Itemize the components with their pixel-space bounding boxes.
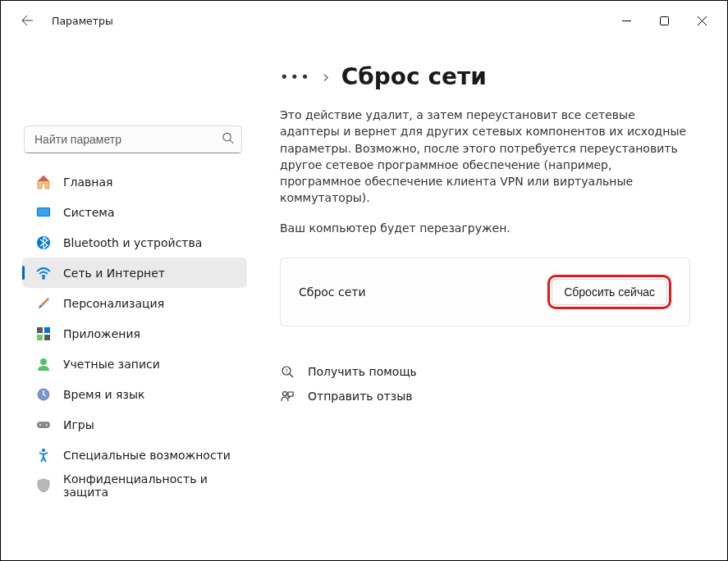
paintbrush-icon bbox=[35, 295, 52, 312]
shield-icon bbox=[35, 477, 52, 494]
sidebar-item-accessibility[interactable]: Специальные возможности bbox=[22, 440, 247, 470]
close-button[interactable] bbox=[683, 8, 721, 33]
titlebar: Параметры bbox=[1, 1, 727, 40]
profile-spacer bbox=[1, 40, 254, 122]
arrow-left-icon bbox=[21, 14, 34, 27]
sidebar: Главная Система Bluetooth и устройства С… bbox=[1, 40, 257, 560]
home-icon bbox=[35, 174, 52, 190]
feedback-link[interactable]: Отправить отзыв bbox=[280, 384, 690, 408]
sidebar-nav: Главная Система Bluetooth и устройства С… bbox=[1, 166, 254, 500]
highlight-annotation: Сбросить сейчас bbox=[547, 275, 671, 309]
sidebar-item-label: Специальные возможности bbox=[63, 449, 231, 462]
sidebar-item-label: Приложения bbox=[63, 327, 140, 340]
network-reset-card: Сброс сети Сбросить сейчас bbox=[280, 258, 690, 326]
help-links: ? Получить помощь Отправить отзыв bbox=[280, 359, 690, 408]
sidebar-item-home[interactable]: Главная bbox=[22, 166, 247, 197]
maximize-button[interactable] bbox=[645, 8, 683, 33]
sidebar-item-personalization[interactable]: Персонализация bbox=[22, 288, 247, 318]
svg-point-10 bbox=[40, 358, 47, 365]
sidebar-item-label: Сеть и Интернет bbox=[63, 267, 165, 280]
sidebar-item-accounts[interactable]: Учетные записи bbox=[22, 349, 247, 379]
clock-globe-icon bbox=[35, 386, 52, 403]
sidebar-item-label: Система bbox=[63, 206, 114, 219]
svg-point-13 bbox=[39, 424, 41, 426]
back-button[interactable] bbox=[14, 7, 40, 34]
sidebar-item-gaming[interactable]: Игры bbox=[22, 409, 247, 440]
sidebar-item-label: Время и язык bbox=[63, 388, 144, 401]
gamepad-icon bbox=[35, 417, 52, 433]
sidebar-item-label: Учетные записи bbox=[63, 358, 160, 371]
main-content: ••• › Сброс сети Это действие удалит, а … bbox=[257, 40, 727, 560]
svg-rect-3 bbox=[38, 208, 49, 216]
page-description: Это действие удалит, а затем переустанов… bbox=[280, 107, 690, 207]
sidebar-item-time-language[interactable]: Время и язык bbox=[22, 379, 247, 409]
svg-rect-12 bbox=[37, 422, 50, 428]
breadcrumb: ••• › Сброс сети bbox=[280, 63, 699, 90]
help-icon: ? bbox=[280, 364, 295, 379]
page-subtext: Ваш компьютер будет перезагружен. bbox=[280, 221, 699, 235]
minimize-button[interactable] bbox=[607, 8, 645, 33]
search-input[interactable] bbox=[24, 125, 242, 153]
help-link-label: Получить помощь bbox=[308, 365, 417, 378]
svg-point-14 bbox=[46, 424, 48, 426]
svg-point-5 bbox=[43, 277, 44, 279]
breadcrumb-ellipsis[interactable]: ••• bbox=[280, 68, 311, 85]
window-controls bbox=[607, 8, 721, 33]
svg-rect-8 bbox=[37, 335, 43, 340]
sidebar-item-label: Игры bbox=[63, 418, 94, 431]
svg-rect-9 bbox=[44, 335, 50, 340]
get-help-link[interactable]: ? Получить помощь bbox=[280, 359, 690, 384]
sidebar-item-system[interactable]: Система bbox=[22, 197, 247, 227]
app-title: Параметры bbox=[52, 15, 113, 27]
accessibility-icon bbox=[35, 447, 52, 463]
sidebar-item-label: Bluetooth и устройства bbox=[63, 236, 202, 249]
svg-rect-7 bbox=[44, 327, 50, 333]
sidebar-item-label: Конфиденциальность и защита bbox=[63, 472, 239, 499]
svg-text:?: ? bbox=[285, 367, 288, 374]
reset-now-button[interactable]: Сбросить сейчас bbox=[552, 279, 667, 305]
sidebar-item-label: Главная bbox=[63, 176, 112, 189]
system-icon bbox=[35, 204, 52, 221]
sidebar-item-privacy[interactable]: Конфиденциальность и защита bbox=[22, 470, 247, 500]
feedback-link-label: Отправить отзыв bbox=[308, 390, 412, 403]
chevron-right-icon: › bbox=[323, 66, 330, 87]
apps-icon bbox=[35, 326, 52, 342]
search-container bbox=[24, 125, 242, 153]
page-title: Сброс сети bbox=[341, 63, 487, 90]
sidebar-item-apps[interactable]: Приложения bbox=[22, 318, 247, 349]
svg-rect-6 bbox=[37, 327, 43, 333]
svg-point-15 bbox=[42, 449, 45, 452]
sidebar-item-network[interactable]: Сеть и Интернет bbox=[22, 258, 247, 288]
svg-rect-0 bbox=[660, 16, 668, 25]
sidebar-item-bluetooth[interactable]: Bluetooth и устройства bbox=[22, 227, 247, 258]
sidebar-item-label: Персонализация bbox=[63, 297, 164, 310]
svg-point-18 bbox=[283, 391, 287, 395]
feedback-icon bbox=[280, 389, 295, 404]
wifi-icon bbox=[35, 265, 52, 281]
bluetooth-icon bbox=[35, 235, 52, 251]
card-title: Сброс сети bbox=[299, 285, 366, 299]
person-icon bbox=[35, 356, 52, 372]
